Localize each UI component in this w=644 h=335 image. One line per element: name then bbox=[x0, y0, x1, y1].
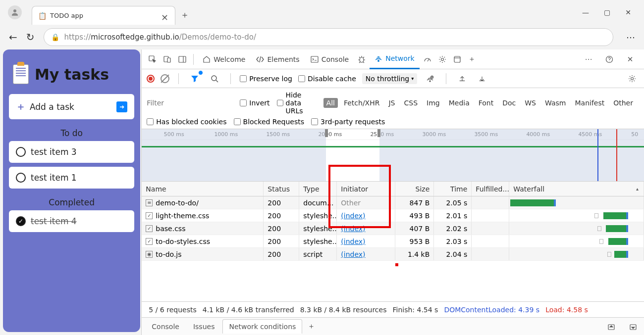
filter-type-js[interactable]: JS bbox=[385, 98, 398, 108]
add-tab-icon[interactable]: ＋ bbox=[465, 52, 479, 66]
address-bar[interactable]: 🔒 https://microsoftedge.github.io/Demos/… bbox=[44, 28, 613, 46]
filter-type-manifest[interactable]: Manifest bbox=[572, 98, 607, 108]
refresh-button[interactable]: ↻ bbox=[26, 31, 35, 43]
drawer-tab-issues[interactable]: Issues bbox=[187, 320, 221, 334]
timeline-handle-right[interactable] bbox=[377, 129, 380, 137]
cell-initiator[interactable]: (index) bbox=[341, 238, 365, 245]
col-name[interactable]: Name bbox=[142, 182, 264, 196]
table-row[interactable]: ≡demo-to-do/200docum...Other847 B2.05 s bbox=[142, 196, 644, 209]
filter-type-media[interactable]: Media bbox=[446, 98, 473, 108]
filter-type-ws[interactable]: WS bbox=[522, 98, 539, 108]
cell-type: styleshe... bbox=[299, 235, 337, 247]
browser-menu-icon[interactable]: ⋯ bbox=[626, 32, 635, 43]
filter-toggle-icon[interactable] bbox=[188, 72, 202, 86]
filter-type-doc[interactable]: Doc bbox=[499, 98, 519, 108]
help-icon[interactable] bbox=[602, 52, 616, 66]
browser-tab[interactable]: 📋 TODO app × bbox=[32, 6, 175, 25]
drawer-add-icon[interactable]: ＋ bbox=[304, 320, 318, 334]
bug-icon[interactable] bbox=[355, 52, 369, 66]
drawer-collapse-icon[interactable] bbox=[626, 320, 640, 334]
close-devtools-icon[interactable]: ✕ bbox=[623, 52, 637, 66]
throttling-dropdown[interactable]: No throttling ▾ bbox=[362, 73, 417, 84]
filter-type-wasm[interactable]: Wasm bbox=[542, 98, 569, 108]
table-row[interactable]: ◉to-do.js200script(index)1.4 kB2.04 s bbox=[142, 248, 644, 261]
col-fulfilled[interactable]: Fulfilled... bbox=[472, 182, 509, 196]
network-conditions-icon[interactable] bbox=[423, 72, 437, 86]
window-close-icon[interactable]: ✕ bbox=[625, 8, 631, 16]
col-time[interactable]: Time bbox=[434, 182, 472, 196]
table-row[interactable]: ✓to-do-styles.css200styleshe...(index)95… bbox=[142, 235, 644, 248]
new-tab-button[interactable]: ＋ bbox=[180, 9, 189, 21]
dock-side-icon[interactable] bbox=[175, 52, 189, 66]
cell-waterfall bbox=[509, 235, 644, 247]
cell-initiator[interactable]: (index) bbox=[341, 250, 365, 258]
hide-data-urls-checkbox[interactable]: Hide data URLs bbox=[277, 91, 317, 115]
svg-point-7 bbox=[360, 57, 364, 62]
export-har-icon[interactable] bbox=[475, 72, 489, 86]
tab-network[interactable]: Network bbox=[370, 49, 419, 69]
task-item-completed[interactable]: test item 4 bbox=[9, 210, 134, 232]
blocked-requests-checkbox[interactable]: Blocked Requests bbox=[234, 118, 304, 126]
submit-arrow-icon[interactable]: ➜ bbox=[116, 101, 127, 112]
search-icon[interactable] bbox=[208, 72, 221, 86]
lock-icon[interactable]: 🔒 bbox=[51, 33, 59, 41]
table-row[interactable]: ✓light-theme.css200styleshe...(index)493… bbox=[142, 209, 644, 222]
device-toggle-icon[interactable] bbox=[161, 52, 174, 66]
drawer-expand-icon[interactable] bbox=[604, 320, 618, 334]
filter-type-img[interactable]: Img bbox=[424, 98, 443, 108]
has-blocked-cookies-checkbox[interactable]: Has blocked cookies bbox=[147, 118, 226, 126]
cell-fulfilled bbox=[472, 222, 509, 235]
filter-type-font[interactable]: Font bbox=[476, 98, 496, 108]
file-icon: ≡ bbox=[146, 199, 153, 206]
cell-status: 200 bbox=[264, 235, 299, 247]
filter-type-fetchxhr[interactable]: Fetch/XHR bbox=[341, 98, 383, 108]
task-checkbox-icon[interactable] bbox=[16, 147, 26, 157]
tab-close-icon[interactable]: × bbox=[161, 12, 169, 20]
network-table: Name Status Type Initiator Size Time Ful… bbox=[142, 182, 644, 301]
disable-cache-checkbox[interactable]: Disable cache bbox=[298, 75, 356, 83]
third-party-checkbox[interactable]: 3rd-party requests bbox=[311, 118, 385, 126]
back-button[interactable]: ← bbox=[9, 31, 17, 43]
drawer-tab-network-conditions[interactable]: Network conditions bbox=[222, 319, 302, 334]
tab-elements[interactable]: Elements bbox=[251, 49, 304, 69]
task-item[interactable]: test item 3 bbox=[9, 141, 134, 163]
highlight-dot bbox=[395, 263, 398, 266]
app-icon[interactable] bbox=[450, 52, 464, 66]
performance-icon[interactable] bbox=[421, 52, 434, 66]
minimize-icon[interactable]: — bbox=[582, 8, 589, 16]
drawer-tab-console[interactable]: Console bbox=[146, 320, 185, 334]
filter-type-css[interactable]: CSS bbox=[401, 98, 421, 108]
task-item[interactable]: test item 1 bbox=[9, 167, 134, 189]
col-size[interactable]: Size bbox=[395, 182, 434, 196]
col-status[interactable]: Status bbox=[264, 182, 299, 196]
task-checkbox-icon[interactable] bbox=[16, 173, 26, 183]
cell-name: to-do.js bbox=[156, 250, 181, 258]
network-settings-icon[interactable] bbox=[625, 72, 639, 86]
network-timeline[interactable]: 500 ms1000 ms1500 ms2000 ms2500 ms3000 m… bbox=[142, 129, 644, 182]
timeline-handle-left[interactable] bbox=[325, 129, 328, 137]
add-task-button[interactable]: ＋ Add a task ➜ bbox=[9, 94, 134, 119]
gear-icon[interactable] bbox=[435, 52, 449, 66]
tab-welcome[interactable]: Welcome bbox=[198, 49, 250, 69]
more-icon[interactable]: ⋯ bbox=[582, 52, 595, 66]
table-header[interactable]: Name Status Type Initiator Size Time Ful… bbox=[142, 182, 644, 196]
filter-input[interactable] bbox=[147, 99, 233, 107]
profile-icon[interactable] bbox=[8, 5, 22, 19]
network-status-bar: 5 / 6 requests 4.1 kB / 4.6 kB transferr… bbox=[142, 301, 644, 317]
table-row[interactable]: ✓base.css200styleshe...(index)407 B2.02 … bbox=[142, 222, 644, 235]
import-har-icon[interactable] bbox=[455, 72, 469, 86]
invert-checkbox[interactable]: Invert bbox=[240, 99, 269, 107]
filter-type-other[interactable]: Other bbox=[610, 98, 636, 108]
cell-status: 200 bbox=[264, 222, 299, 235]
devtools-drawer: Console Issues Network conditions ＋ bbox=[142, 317, 644, 335]
task-checkbox-icon[interactable] bbox=[16, 216, 26, 226]
tab-console[interactable]: Console bbox=[306, 49, 354, 69]
inspect-element-icon[interactable] bbox=[146, 52, 160, 66]
col-waterfall[interactable]: Waterfall▴ bbox=[509, 182, 644, 196]
filter-type-all[interactable]: All bbox=[323, 98, 338, 108]
file-icon: ✓ bbox=[146, 238, 153, 245]
maximize-icon[interactable]: ▢ bbox=[604, 8, 610, 16]
record-button[interactable] bbox=[147, 75, 155, 83]
clear-button[interactable] bbox=[161, 74, 169, 83]
preserve-log-checkbox[interactable]: Preserve log bbox=[240, 75, 292, 83]
